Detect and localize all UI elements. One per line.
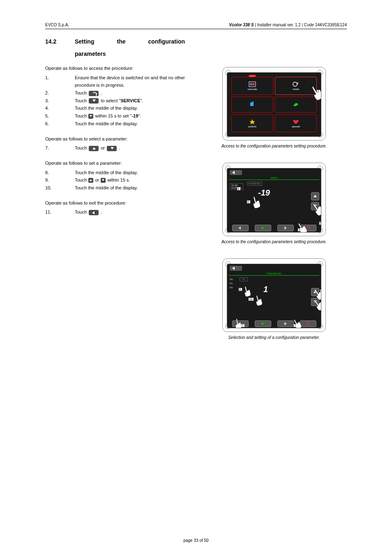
step-1: 1.Ensure that the device is switched on … [45, 74, 185, 89]
figure-1-caption: Access to the configuration parameters s… [201, 144, 347, 148]
svg-point-1 [250, 83, 252, 85]
step-5: 5.Touch within 15 s to set "-19". [45, 112, 185, 120]
bottom-prev-button [232, 225, 249, 231]
step-9: 9.Touch or within 15 s. [45, 176, 185, 184]
step-4: 4.Touch the middle of the display. [45, 104, 185, 112]
callout-7: 7. [241, 324, 244, 327]
bottom-next-button [277, 225, 294, 231]
step-11: 11.Touch . [45, 208, 185, 216]
header-left: EVCO S.p.A. [45, 23, 69, 27]
password-box: PASSWORD [247, 182, 262, 186]
up-icon [89, 146, 99, 151]
leaf-icon [292, 101, 300, 107]
svg-point-4 [297, 83, 298, 84]
left-column: 14.2 Setting the configuration parameter… [45, 38, 185, 354]
menu-label: PARAMETRI [229, 272, 319, 276]
gear-icon [292, 81, 300, 87]
callout-3: 3. [298, 228, 301, 231]
page-header: EVCO S.p.A. Vcolor 338 S | Installer man… [45, 23, 347, 29]
page-footer: page 33 of 50 [0, 538, 392, 543]
figure-2-caption: Access to the configuration parameters s… [201, 240, 347, 244]
down-icon [107, 146, 117, 151]
step-10: 10.Touch the middle of the display. [45, 184, 185, 192]
param-box: P3 [240, 277, 248, 281]
section-heading: 14.2 Setting the configuration parameter… [45, 38, 185, 57]
wrench-icon [89, 91, 99, 96]
callout-5: 5. [319, 222, 321, 225]
right-column: ⊘⊘⊘⊘ AUTOmanuale ricette preferiti speci… [201, 38, 347, 354]
intro-exit: Operate as follows to exit the procedure… [45, 199, 185, 207]
pointer-hand-icon [242, 285, 253, 298]
callout-4: 4. [237, 187, 240, 190]
pointer-hand-icon [253, 294, 265, 307]
callout-7b: 7. [294, 324, 297, 327]
svg-marker-5 [249, 119, 255, 124]
intro-select: Operate as follows to select a parameter… [45, 135, 185, 143]
small-down-icon [101, 178, 106, 183]
param-value: 1 [263, 285, 268, 294]
intro-access: Operate as follows to access the procedu… [45, 64, 185, 72]
back-icon [89, 210, 99, 215]
callout-2: 2. [317, 90, 320, 93]
hand-icon [249, 101, 256, 107]
star-icon [249, 119, 256, 124]
figure-1: ⊘⊘⊘⊘ AUTOmanuale ricette preferiti speci… [222, 67, 326, 140]
step-2: 2.Touch . [45, 89, 185, 97]
step-3: 3.Touch to select "SERVICE". [45, 97, 185, 105]
intro-set: Operate as follows to set a parameter: [45, 159, 185, 167]
step-7: 7.Touch or . [45, 144, 185, 152]
callout-6: 6. [247, 200, 250, 203]
bottom-play-button [255, 225, 271, 231]
bottom-play-button [255, 320, 271, 327]
header-right: Vcolor 338 S | Installer manual ver. 1.2… [229, 23, 347, 27]
figure-3: ⊘⊘⊘⊘ PARAMETRI P0 P1 P2 P3 1 8. 10. 9 [222, 258, 326, 332]
back-arrow-icon [230, 170, 242, 175]
figure-2: ⊘⊘⊘⊘ MENU 10:38ELENCO PASSWORD -19 4. 6. [222, 163, 326, 236]
down-icon [89, 98, 99, 104]
thermo-icon [249, 81, 256, 87]
step-8: 8.Touch the middle of the display. [45, 169, 185, 177]
menu-label: MENU [229, 177, 319, 180]
figure-3-caption: Selection and setting of a configuration… [201, 335, 347, 340]
callout-8: 8. [239, 288, 242, 291]
small-up-icon [88, 178, 93, 183]
callout-10: 10. [249, 298, 254, 301]
svg-point-2 [252, 83, 255, 85]
step-6: 6.Touch the middle of the display. [45, 120, 185, 128]
small-down-icon [88, 114, 93, 119]
svg-point-3 [293, 82, 297, 86]
back-arrow-icon [230, 266, 242, 271]
heart-icon [292, 119, 300, 124]
